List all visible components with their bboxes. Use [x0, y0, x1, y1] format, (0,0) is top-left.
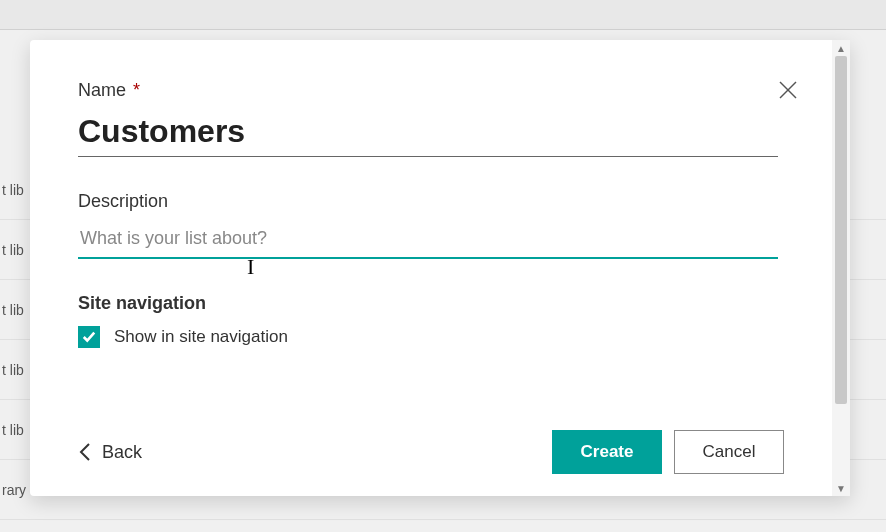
- scroll-thumb[interactable]: [835, 56, 847, 404]
- back-button[interactable]: Back: [78, 442, 142, 463]
- close-button[interactable]: [776, 78, 800, 102]
- site-navigation-section: Site navigation Show in site navigation: [78, 293, 784, 348]
- background-header: [0, 0, 886, 30]
- description-field-section: Description: [78, 191, 784, 259]
- checkmark-icon: [82, 330, 96, 344]
- show-in-nav-checkbox[interactable]: [78, 326, 100, 348]
- name-label-text: Name: [78, 80, 126, 100]
- create-list-dialog: Name * Description Site navigation Show …: [30, 40, 850, 496]
- dialog-footer: Back Create Cancel: [78, 430, 784, 474]
- chevron-left-icon: [78, 442, 92, 462]
- close-icon: [776, 78, 800, 102]
- name-label: Name *: [78, 80, 784, 101]
- footer-actions: Create Cancel: [552, 430, 784, 474]
- back-label: Back: [102, 442, 142, 463]
- show-in-nav-row: Show in site navigation: [78, 326, 784, 348]
- dialog-body: Name * Description Site navigation Show …: [30, 40, 832, 496]
- scroll-down-arrow[interactable]: ▼: [832, 480, 850, 496]
- description-input[interactable]: [78, 220, 778, 259]
- required-asterisk: *: [133, 80, 140, 100]
- site-navigation-heading: Site navigation: [78, 293, 784, 314]
- show-in-nav-label: Show in site navigation: [114, 327, 288, 347]
- scroll-up-arrow[interactable]: ▲: [832, 40, 850, 56]
- description-label: Description: [78, 191, 784, 212]
- create-button[interactable]: Create: [552, 430, 662, 474]
- cancel-button[interactable]: Cancel: [674, 430, 784, 474]
- name-input[interactable]: [78, 109, 778, 157]
- dialog-scrollbar[interactable]: ▲ ▼: [832, 40, 850, 496]
- name-field-section: Name *: [78, 80, 784, 157]
